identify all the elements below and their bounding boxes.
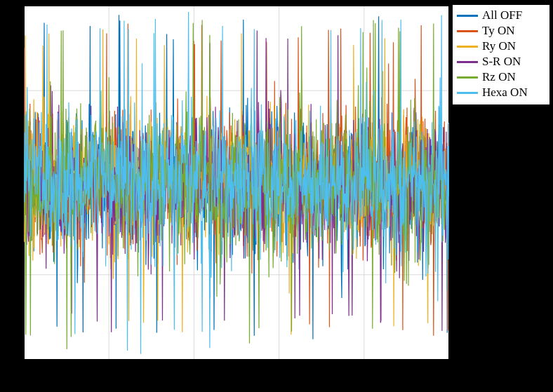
series-line — [24, 12, 449, 354]
plot-canvas — [24, 6, 449, 360]
legend-entry: S-R ON — [457, 54, 545, 69]
legend-label: S-R ON — [482, 55, 521, 69]
legend-swatch — [457, 46, 478, 48]
legend-entry: Ry ON — [457, 39, 545, 54]
legend-label: Ty ON — [482, 24, 515, 38]
axes — [24, 6, 449, 360]
legend-swatch — [457, 15, 478, 17]
legend-swatch — [457, 92, 478, 94]
figure: All OFFTy ONRy ONS-R ONRz ONHexa ON — [0, 0, 553, 392]
series-group — [24, 12, 449, 354]
legend-entry: Rz ON — [457, 69, 545, 85]
legend-swatch — [457, 61, 478, 63]
legend-label: Rz ON — [482, 70, 516, 84]
legend-entry: All OFF — [457, 8, 545, 23]
legend-label: Ry ON — [482, 39, 516, 53]
legend-label: Hexa ON — [482, 86, 528, 100]
legend: All OFFTy ONRy ONS-R ONRz ONHexa ON — [452, 4, 550, 105]
legend-label: All OFF — [482, 8, 522, 22]
legend-swatch — [457, 30, 478, 32]
legend-swatch — [457, 76, 478, 79]
legend-entry: Ty ON — [457, 23, 545, 39]
legend-entry: Hexa ON — [457, 85, 545, 100]
